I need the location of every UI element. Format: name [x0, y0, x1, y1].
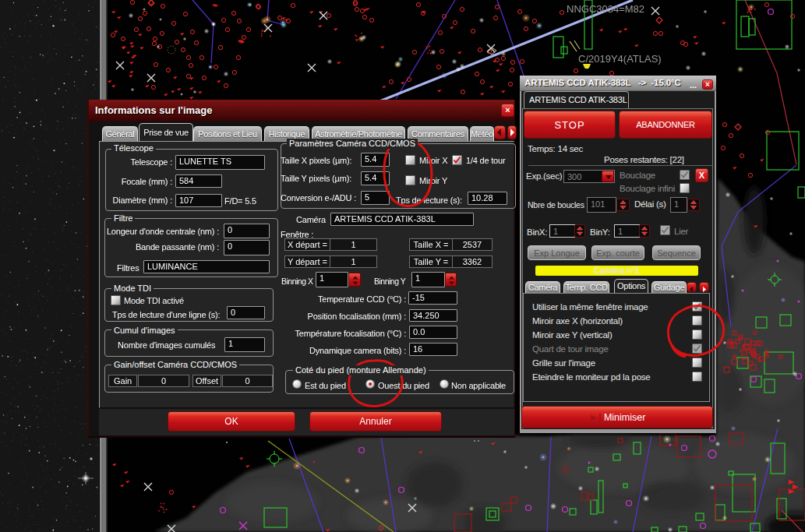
- svg-text:C/2019Y4(ATLAS): C/2019Y4(ATLAS): [578, 53, 662, 65]
- svg-text:NNGC3034=M82: NNGC3034=M82: [567, 3, 644, 15]
